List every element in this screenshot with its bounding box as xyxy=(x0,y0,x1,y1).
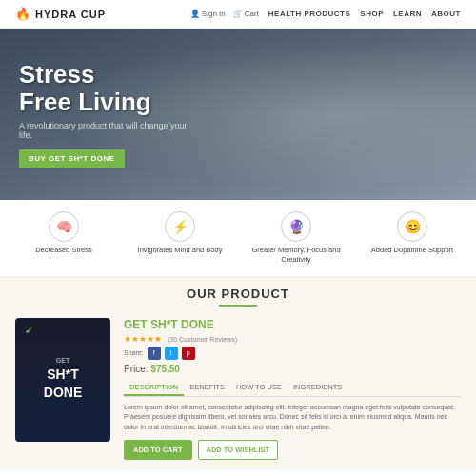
hero-cta-button[interactable]: BUY GET SH*T DONE xyxy=(19,149,125,168)
hero-title-line2: Free Living xyxy=(19,88,151,116)
nav-item-about[interactable]: ABOUT xyxy=(431,10,461,18)
hero-subtitle: A revolutionary product that will change… xyxy=(19,121,190,140)
section-title: OUR PRODUCT xyxy=(15,287,461,301)
twitter-share-button[interactable]: t xyxy=(165,347,178,360)
share-label: Share: xyxy=(124,349,144,356)
nav-item-shop[interactable]: SHOP xyxy=(360,10,384,18)
feature-item-1: ⚡ Invigorates Mind and Body xyxy=(126,211,234,265)
header: 🔥 HYDRA CUP 👤 Sign In 🛒 Cart HEALTH PROD… xyxy=(0,0,476,29)
tab-benefits[interactable]: BENEFITS xyxy=(184,380,230,396)
hero-section: Stress Free Living A revolutionary produ… xyxy=(0,29,476,200)
main-nav: HEALTH PRODUCTS SHOP LEARN ABOUT xyxy=(268,10,461,18)
nav-item-health[interactable]: HEALTH PRODUCTS xyxy=(268,10,350,18)
price-label: Price: xyxy=(124,364,149,374)
header-actions: 👤 Sign In 🛒 Cart xyxy=(190,10,259,18)
product-info: GET SH*T DONE ★★★★★ (30 Customer Reviews… xyxy=(124,318,461,461)
header-right: 👤 Sign In 🛒 Cart HEALTH PRODUCTS SHOP LE… xyxy=(190,10,461,18)
price-row: Price: $75.50 xyxy=(124,364,461,374)
pinterest-share-button[interactable]: p xyxy=(182,347,195,360)
feature-label-0: Decreased Stress xyxy=(35,246,92,255)
product-shit-text: SH*T xyxy=(44,366,82,385)
product-done-text: DONE xyxy=(44,384,82,403)
memory-icon: 🔮 xyxy=(281,211,311,242)
brand-name: HYDRA CUP xyxy=(35,9,106,20)
product-description: Lorem ipsum dolor sit amet, consectetur … xyxy=(124,403,461,433)
facebook-share-button[interactable]: f xyxy=(148,347,161,360)
feature-label-3: Added Dopamine Support xyxy=(371,246,453,255)
price-value: $75.50 xyxy=(150,364,180,374)
product-row: ✔ GET SH*T DONE GET SH*T DONE ★★★★★ (30 … xyxy=(15,318,461,461)
hero-content: Stress Free Living A revolutionary produ… xyxy=(0,61,209,168)
tab-description[interactable]: DESCRIPTION xyxy=(124,380,184,396)
hero-title-line1: Stress xyxy=(19,60,95,89)
action-buttons: ADD TO CART ADD TO WISHLIST xyxy=(124,440,461,460)
brain-icon: 🧠 xyxy=(49,211,79,242)
feature-label-2: Greater Memory, Focus and Creativity xyxy=(242,246,350,265)
logo[interactable]: 🔥 HYDRA CUP xyxy=(15,7,106,21)
hero-title: Stress Free Living xyxy=(19,61,190,115)
user-icon: 👤 xyxy=(190,10,200,18)
add-to-cart-button[interactable]: ADD TO CART xyxy=(124,440,192,460)
sign-in-label: Sign In xyxy=(202,10,226,18)
cart-icon: 🛒 xyxy=(233,10,243,18)
product-get-text: GET xyxy=(44,356,82,366)
logo-flame-icon: 🔥 xyxy=(15,7,31,21)
product-tabs: DESCRIPTION BENEFITS HOW TO USE INGREDIE… xyxy=(124,380,461,397)
features-bar: 🧠 Decreased Stress ⚡ Invigorates Mind an… xyxy=(0,200,476,277)
product-label: GET SH*T DONE xyxy=(36,356,89,403)
add-to-wishlist-button[interactable]: ADD TO WISHLIST xyxy=(198,440,279,460)
feature-label-1: Invigorates Mind and Body xyxy=(138,246,223,255)
sign-in-button[interactable]: 👤 Sign In xyxy=(190,10,226,18)
section-underline xyxy=(219,305,257,307)
product-image: ✔ GET SH*T DONE xyxy=(15,318,110,442)
review-count: (30 Customer Reviews) xyxy=(168,336,237,343)
product-section: OUR PRODUCT ✔ GET SH*T DONE GET SH*T DON… xyxy=(0,277,476,470)
product-stars: ★★★★★ xyxy=(124,334,162,344)
lightning-icon: ⚡ xyxy=(165,211,195,242)
feature-item-3: 😊 Added Dopamine Support xyxy=(358,211,466,265)
checkmark-icon: ✔ xyxy=(25,326,32,336)
cart-button[interactable]: 🛒 Cart xyxy=(233,10,259,18)
feature-item-2: 🔮 Greater Memory, Focus and Creativity xyxy=(242,211,350,265)
tab-how-to-use[interactable]: HOW TO USE xyxy=(230,380,288,396)
tab-ingredients[interactable]: INGREDIENTS xyxy=(288,380,347,396)
dopamine-icon: 😊 xyxy=(397,211,427,242)
nav-item-learn[interactable]: LEARN xyxy=(393,10,422,18)
product-name: GET SH*T DONE xyxy=(124,318,461,331)
share-row: Share: f t p xyxy=(124,347,461,360)
feature-item-0: 🧠 Decreased Stress xyxy=(10,211,118,265)
cart-label: Cart xyxy=(245,10,259,18)
